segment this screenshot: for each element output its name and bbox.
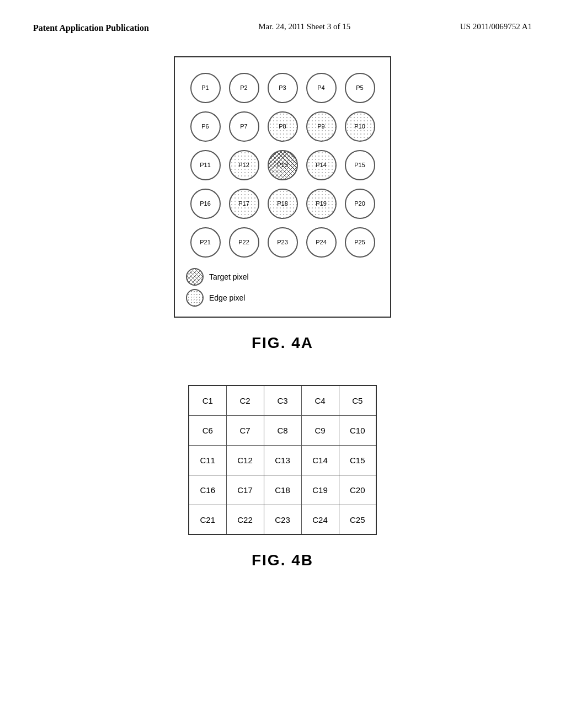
target-pixel-label: Target pixel bbox=[209, 272, 249, 281]
table-cell: C24 bbox=[301, 505, 339, 534]
pixel-label: P12 bbox=[238, 162, 249, 168]
pixel-label: P18 bbox=[277, 200, 288, 207]
pixel-label: P9 bbox=[317, 123, 324, 130]
pixel-circle-p20: P20 bbox=[345, 189, 375, 219]
pixel-circle-p8: P8 bbox=[268, 111, 298, 142]
pixel-label: P5 bbox=[356, 84, 363, 91]
patent-number: US 2011/0069752 A1 bbox=[460, 22, 532, 31]
pixel-label: P17 bbox=[238, 200, 249, 207]
pixel-label: P25 bbox=[354, 239, 365, 245]
pixel-circle-p6: P6 bbox=[190, 111, 221, 142]
fig4b-diagram: C1C2C3C4C5C6C7C8C9C10C11C12C13C14C15C16C… bbox=[188, 385, 377, 535]
table-cell: C14 bbox=[301, 445, 339, 475]
pixel-label: P21 bbox=[200, 239, 211, 245]
pixel-circle-p9: P9 bbox=[306, 111, 337, 142]
pixel-circle-p23: P23 bbox=[268, 227, 298, 258]
pixel-label: P24 bbox=[316, 239, 327, 245]
pixel-circle-p25: P25 bbox=[345, 227, 375, 258]
pixel-cell: P4 bbox=[302, 68, 340, 107]
edge-pixel-icon bbox=[186, 289, 204, 307]
fig4a-diagram: P1P2P3P4P5P6P7P8P9P10P11P12P13P14P15P16P… bbox=[174, 56, 391, 318]
legend-edge: Edge pixel bbox=[186, 289, 374, 307]
pixel-cell: P25 bbox=[340, 223, 379, 261]
pixel-label: P15 bbox=[354, 162, 365, 168]
pixel-label: P16 bbox=[200, 200, 211, 207]
table-cell: C16 bbox=[189, 475, 226, 505]
pixel-cell: P13 bbox=[263, 146, 302, 184]
table-cell: C1 bbox=[189, 386, 226, 415]
table-cell: C5 bbox=[339, 386, 376, 415]
page-content: P1P2P3P4P5P6P7P8P9P10P11P12P13P14P15P16P… bbox=[0, 45, 565, 602]
pixel-label: P20 bbox=[354, 200, 365, 207]
pixel-label: P2 bbox=[240, 84, 247, 91]
pixel-cell: P20 bbox=[340, 184, 379, 223]
pixel-grid: P1P2P3P4P5P6P7P8P9P10P11P12P13P14P15P16P… bbox=[186, 68, 379, 261]
pixel-label: P3 bbox=[279, 84, 286, 91]
pixel-cell: P18 bbox=[263, 184, 302, 223]
legend-target: Target pixel bbox=[186, 268, 374, 286]
pixel-label: P11 bbox=[200, 162, 211, 168]
pixel-cell: P3 bbox=[263, 68, 302, 107]
pixel-circle-p21: P21 bbox=[190, 227, 221, 258]
table-cell: C2 bbox=[226, 386, 264, 415]
table-cell: C19 bbox=[301, 475, 339, 505]
pixel-circle-p19: P19 bbox=[306, 189, 337, 219]
pixel-cell: P6 bbox=[186, 107, 225, 146]
cell-grid: C1C2C3C4C5C6C7C8C9C10C11C12C13C14C15C16C… bbox=[188, 385, 377, 535]
legend: Target pixel Edge pixel bbox=[186, 268, 379, 307]
pixel-label: P8 bbox=[279, 123, 286, 130]
target-pixel-icon bbox=[186, 268, 204, 286]
publication-label: Patent Application Publication bbox=[33, 22, 149, 34]
pixel-label: P7 bbox=[240, 123, 247, 130]
fig4b-caption: FIG. 4B bbox=[252, 552, 313, 569]
pixel-circle-p13: P13 bbox=[268, 150, 298, 180]
table-cell: C23 bbox=[264, 505, 301, 534]
pixel-label: P19 bbox=[316, 200, 327, 207]
pixel-cell: P10 bbox=[340, 107, 379, 146]
pixel-cell: P21 bbox=[186, 223, 225, 261]
pixel-label: P14 bbox=[316, 162, 327, 168]
table-cell: C7 bbox=[226, 415, 264, 445]
pixel-circle-p18: P18 bbox=[268, 189, 298, 219]
table-cell: C12 bbox=[226, 445, 264, 475]
pixel-cell: P5 bbox=[340, 68, 379, 107]
pixel-circle-p7: P7 bbox=[229, 111, 259, 142]
date-sheet-info: Mar. 24, 2011 Sheet 3 of 15 bbox=[258, 22, 350, 31]
pixel-label: P4 bbox=[317, 84, 324, 91]
pixel-cell: P15 bbox=[340, 146, 379, 184]
table-cell: C4 bbox=[301, 386, 339, 415]
pixel-circle-p10: P10 bbox=[345, 111, 375, 142]
table-cell: C3 bbox=[264, 386, 301, 415]
pixel-circle-p24: P24 bbox=[306, 227, 337, 258]
pixel-circle-p3: P3 bbox=[268, 73, 298, 103]
pixel-cell: P8 bbox=[263, 107, 302, 146]
pixel-cell: P23 bbox=[263, 223, 302, 261]
table-cell: C25 bbox=[339, 505, 376, 534]
pixel-circle-p11: P11 bbox=[190, 150, 221, 180]
table-cell: C18 bbox=[264, 475, 301, 505]
table-cell: C9 bbox=[301, 415, 339, 445]
pixel-label: P1 bbox=[201, 84, 209, 91]
pixel-cell: P12 bbox=[225, 146, 263, 184]
pixel-cell: P1 bbox=[186, 68, 225, 107]
pixel-label: P6 bbox=[201, 123, 209, 130]
fig4a-caption: FIG. 4A bbox=[252, 334, 313, 352]
pixel-circle-p12: P12 bbox=[229, 150, 259, 180]
table-cell: C10 bbox=[339, 415, 376, 445]
pixel-cell: P14 bbox=[302, 146, 340, 184]
pixel-cell: P7 bbox=[225, 107, 263, 146]
pixel-cell: P2 bbox=[225, 68, 263, 107]
pixel-circle-p5: P5 bbox=[345, 73, 375, 103]
page-header: Patent Application Publication Mar. 24, … bbox=[0, 0, 565, 45]
pixel-circle-p17: P17 bbox=[229, 189, 259, 219]
pixel-circle-p15: P15 bbox=[345, 150, 375, 180]
pixel-circle-p4: P4 bbox=[306, 73, 337, 103]
pixel-circle-p2: P2 bbox=[229, 73, 259, 103]
table-cell: C6 bbox=[189, 415, 226, 445]
pixel-circle-p1: P1 bbox=[190, 73, 221, 103]
pixel-circle-p16: P16 bbox=[190, 189, 221, 219]
edge-pixel-label: Edge pixel bbox=[209, 293, 245, 302]
pixel-circle-p14: P14 bbox=[306, 150, 337, 180]
table-cell: C15 bbox=[339, 445, 376, 475]
pixel-cell: P19 bbox=[302, 184, 340, 223]
